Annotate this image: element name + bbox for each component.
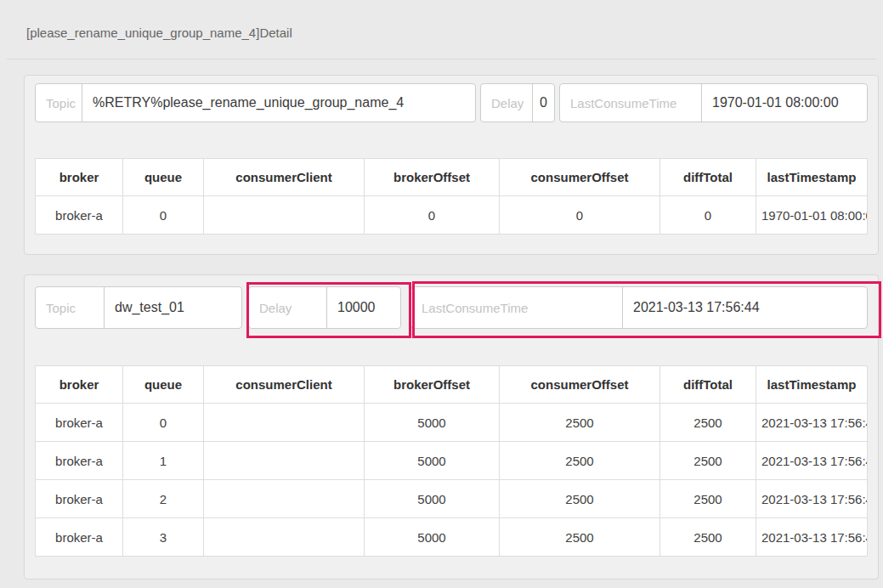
- table-cell: broker-a: [36, 442, 123, 480]
- column-header-brokerOffset: brokerOffset: [365, 366, 500, 404]
- topic-fields-row: Topic %RETRY%please_rename_unique_group_…: [35, 83, 868, 122]
- table-cell: 1970-01-01 08:00:00: [756, 196, 868, 235]
- table-cell: 5000: [365, 404, 500, 442]
- table-cell: [204, 442, 365, 480]
- table-cell: broker-a: [36, 518, 123, 557]
- table-cell: 2021-03-13 17:56:44: [756, 404, 868, 442]
- last-consume-time-value: 2021-03-13 17:56:44: [622, 286, 868, 329]
- column-header-consumerOffset: consumerOffset: [500, 159, 660, 196]
- table-header-row: brokerqueueconsumerClientbrokerOffsetcon…: [36, 366, 868, 404]
- last-consume-time-field: LastConsumeTime 2021-03-13 17:56:44: [401, 286, 868, 329]
- table-cell: 5000: [365, 480, 500, 518]
- topic-value: %RETRY%please_rename_unique_group_name_4: [82, 83, 476, 122]
- table-cell: [204, 196, 365, 235]
- table-cell: 5000: [365, 518, 500, 557]
- table-cell: 3: [123, 518, 204, 557]
- last-consume-time-field: LastConsumeTime 1970-01-01 08:00:00: [555, 83, 868, 122]
- title-divider: [7, 59, 876, 59]
- table-cell: 5000: [365, 442, 500, 480]
- column-header-queue: queue: [123, 159, 204, 196]
- topic-field: Topic dw_test_01: [35, 286, 242, 329]
- table-cell: [204, 480, 365, 518]
- table-cell: broker-a: [36, 404, 123, 442]
- table-row: broker-a15000250025002021-03-13 17:56:44: [36, 442, 868, 480]
- consume-detail-table: brokerqueueconsumerClientbrokerOffsetcon…: [35, 158, 868, 235]
- topic-value: dw_test_01: [104, 286, 242, 329]
- column-header-broker: broker: [36, 366, 123, 404]
- table-cell: 2500: [660, 442, 756, 480]
- delay-label: Delay: [248, 286, 327, 329]
- last-consume-time-value: 1970-01-01 08:00:00: [701, 83, 868, 122]
- last-consume-time-label: LastConsumeTime: [410, 286, 623, 329]
- column-header-diffTotal: diffTotal: [660, 366, 756, 404]
- table-cell: 0: [660, 196, 756, 235]
- topic-label: Topic: [35, 286, 105, 329]
- table-cell: [204, 404, 365, 442]
- topic-fields-row: Topic dw_test_01 Delay 10000 LastConsume…: [35, 286, 868, 329]
- table-cell: 2500: [500, 518, 660, 557]
- table-cell: 0: [500, 196, 660, 235]
- column-header-lastTimestamp: lastTimestamp: [756, 159, 868, 196]
- table-cell: [204, 518, 365, 557]
- table-cell: 2021-03-13 17:56:44: [756, 480, 868, 518]
- column-header-consumerOffset: consumerOffset: [500, 366, 660, 404]
- column-header-diffTotal: diffTotal: [660, 159, 756, 196]
- column-header-brokerOffset: brokerOffset: [365, 159, 500, 196]
- table-cell: 2500: [500, 404, 660, 442]
- table-cell: 2500: [500, 480, 660, 518]
- dw-test-topic-panel: Topic dw_test_01 Delay 10000 LastConsume…: [24, 274, 879, 580]
- table-header-row: brokerqueueconsumerClientbrokerOffsetcon…: [36, 159, 868, 196]
- table-row: broker-a25000250025002021-03-13 17:56:44: [36, 480, 868, 518]
- column-header-consumerClient: consumerClient: [204, 159, 365, 196]
- delay-value: 0: [532, 83, 555, 122]
- column-header-broker: broker: [36, 159, 123, 196]
- consume-detail-table: brokerqueueconsumerClientbrokerOffsetcon…: [35, 365, 868, 557]
- table-cell: 2500: [660, 480, 756, 518]
- table-cell: 2: [123, 480, 204, 518]
- table-cell: 0: [123, 404, 204, 442]
- table-cell: broker-a: [36, 196, 123, 235]
- delay-field: Delay 10000: [242, 286, 401, 329]
- delay-label: Delay: [480, 83, 533, 122]
- table-cell: 0: [365, 196, 500, 235]
- table-cell: 2500: [500, 442, 660, 480]
- column-header-queue: queue: [123, 366, 204, 404]
- delay-value: 10000: [326, 286, 401, 329]
- table-row: broker-a00001970-01-01 08:00:00: [36, 196, 868, 235]
- column-header-consumerClient: consumerClient: [204, 366, 365, 404]
- table-cell: 2500: [660, 518, 756, 557]
- table-cell: 2021-03-13 17:56:44: [756, 442, 868, 480]
- table-cell: 0: [123, 196, 204, 235]
- table-cell: 2500: [660, 404, 756, 442]
- table-row: broker-a05000250025002021-03-13 17:56:44: [36, 404, 868, 442]
- column-header-lastTimestamp: lastTimestamp: [756, 366, 868, 404]
- table-cell: broker-a: [36, 480, 123, 518]
- topic-label: Topic: [35, 83, 82, 122]
- page-title: [please_rename_unique_group_name_4]Detai…: [26, 25, 292, 40]
- last-consume-time-label: LastConsumeTime: [559, 83, 702, 122]
- table-row: broker-a35000250025002021-03-13 17:56:44: [36, 518, 868, 557]
- table-cell: 1: [123, 442, 204, 480]
- delay-field: Delay 0: [476, 83, 555, 122]
- consumer-group-detail-page: [please_rename_unique_group_name_4]Detai…: [0, 0, 883, 588]
- table-cell: 2021-03-13 17:56:44: [756, 518, 868, 557]
- retry-topic-panel: Topic %RETRY%please_rename_unique_group_…: [24, 75, 879, 255]
- topic-field: Topic %RETRY%please_rename_unique_group_…: [35, 83, 476, 122]
